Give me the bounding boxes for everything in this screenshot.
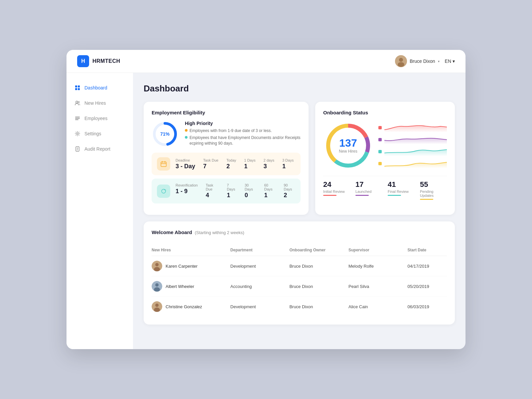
stat-task-due: Task Due 7 bbox=[203, 158, 218, 170]
svg-rect-19 bbox=[161, 162, 166, 167]
sparkline-orange bbox=[378, 159, 447, 168]
col-onboarding-owner: Onboarding Owner bbox=[289, 248, 348, 252]
person-cell-1: Albert Wheeler bbox=[152, 281, 230, 292]
sparkline-red bbox=[378, 123, 447, 132]
teal-bullet bbox=[185, 136, 188, 139]
onboarding-donut: 137 New Hires bbox=[323, 121, 373, 171]
svg-rect-10 bbox=[75, 118, 80, 119]
employment-eligibility-title: Employment Eligibility bbox=[152, 110, 301, 115]
user-info[interactable]: Bruce Dixon ▾ bbox=[395, 55, 439, 67]
sidebar-item-employees[interactable]: Employees bbox=[66, 111, 133, 125]
svg-rect-5 bbox=[75, 88, 77, 90]
users-icon bbox=[74, 100, 80, 106]
logo-text: HRMTECH bbox=[92, 58, 120, 64]
person-avatar-0 bbox=[152, 261, 162, 271]
stat-3days: 3 Days 1 bbox=[282, 158, 294, 170]
owner-2: Bruce Dixon bbox=[289, 304, 348, 309]
stat-bar-teal bbox=[388, 195, 401, 196]
gear-icon bbox=[74, 131, 80, 137]
date-2: 06/03/2019 bbox=[408, 304, 447, 309]
stat-bar-orange bbox=[420, 199, 433, 200]
sidebar-item-new-hires[interactable]: New Hires bbox=[66, 96, 133, 110]
table-row: Karen Carpenter Development Bruce Dixon … bbox=[152, 256, 447, 276]
sidebar-item-settings[interactable]: Settings bbox=[66, 127, 133, 141]
priority-bullet-2: Employees that have Employment Documents… bbox=[185, 135, 301, 146]
dept-2: Development bbox=[230, 304, 290, 309]
calendar-icon-container bbox=[157, 157, 170, 171]
sparkline-dot-red bbox=[378, 126, 382, 129]
welcome-aboard-card: Welcome Aboard (Starting withing 2 weeks… bbox=[144, 221, 455, 325]
person-cell-2: Christine Gonzalez bbox=[152, 301, 230, 312]
user-name: Bruce Dixon bbox=[410, 59, 435, 64]
dept-1: Accounting bbox=[230, 284, 290, 289]
refresh-icon-container bbox=[157, 185, 170, 198]
main-layout: Dashboard New Hires bbox=[66, 73, 466, 349]
owner-0: Bruce Dixon bbox=[289, 264, 348, 269]
sidebar-item-label: Employees bbox=[84, 116, 107, 121]
deadline-row-card: Deadline 3 - Day Task Due 7 Today 2 bbox=[152, 153, 301, 175]
stat-bar-red bbox=[323, 195, 336, 196]
onboarding-status-card: Onboarding Status bbox=[315, 102, 455, 215]
donut-chart: 71% bbox=[152, 121, 178, 147]
sparkline-dot-teal bbox=[378, 150, 382, 153]
logo: H HRMTECH bbox=[77, 55, 120, 67]
svg-point-32 bbox=[155, 283, 159, 287]
cards-grid: Employment Eligibility 71% High Priority bbox=[144, 102, 455, 215]
col-new-hires: New Hires bbox=[152, 248, 230, 252]
document-icon bbox=[74, 146, 80, 152]
svg-point-2 bbox=[398, 62, 404, 67]
svg-point-8 bbox=[78, 101, 79, 103]
sidebar-item-label: New Hires bbox=[84, 100, 106, 106]
header-right: Bruce Dixon ▾ EN ▾ bbox=[395, 55, 455, 67]
stat-60days: 60 Days 1 bbox=[264, 183, 276, 199]
sidebar-item-dashboard[interactable]: Dashboard bbox=[66, 81, 133, 95]
priority-info: High Priority Employees with from 1-9 du… bbox=[185, 121, 301, 147]
sparkline-teal bbox=[378, 147, 447, 156]
person-avatar-2 bbox=[152, 301, 162, 312]
svg-point-12 bbox=[77, 133, 78, 135]
stat-today: Today 2 bbox=[226, 158, 236, 170]
svg-point-29 bbox=[155, 263, 159, 266]
priority-title: High Priority bbox=[185, 121, 301, 126]
date-0: 04/17/2019 bbox=[408, 264, 447, 269]
onboarding-status-title: Onboarding Status bbox=[323, 110, 447, 115]
svg-rect-4 bbox=[78, 85, 80, 87]
supervisor-1: Pearl Silva bbox=[348, 284, 408, 289]
svg-rect-3 bbox=[75, 85, 77, 87]
logo-icon: H bbox=[77, 55, 89, 67]
table-header: New Hires Department Onboarding Owner Su… bbox=[152, 244, 447, 256]
svg-rect-6 bbox=[78, 88, 80, 90]
onboarding-center-text: 137 New Hires bbox=[339, 138, 357, 154]
sidebar: Dashboard New Hires bbox=[66, 73, 133, 349]
main-content: Dashboard Employment Eligibility 71% bbox=[133, 73, 466, 349]
table-row: Christine Gonzalez Development Bruce Dix… bbox=[152, 297, 447, 317]
svg-point-7 bbox=[76, 101, 78, 103]
onboarding-inner: 137 New Hires bbox=[323, 121, 447, 171]
dept-0: Development bbox=[230, 264, 290, 269]
sidebar-item-audit-report[interactable]: Audit Report bbox=[66, 142, 133, 156]
svg-point-35 bbox=[155, 304, 159, 307]
sparkline-purple bbox=[378, 135, 447, 144]
supervisor-0: Melody Rolfe bbox=[348, 264, 408, 269]
chevron-down-icon: ▾ bbox=[438, 60, 440, 63]
grid-icon bbox=[74, 85, 80, 91]
language-selector[interactable]: EN ▾ bbox=[445, 59, 455, 64]
welcome-subtitle: (Starting withing 2 weeks) bbox=[195, 230, 244, 235]
stat-2days: 2 days 3 bbox=[264, 158, 274, 170]
sidebar-item-label: Audit Report bbox=[84, 146, 110, 152]
user-avatar bbox=[395, 55, 407, 67]
stat-launched: 17 Launched bbox=[355, 180, 382, 200]
welcome-title: Welcome Aboard bbox=[152, 229, 192, 235]
donut-percentage: 71% bbox=[160, 131, 170, 137]
person-avatar-1 bbox=[152, 281, 162, 292]
orange-bullet bbox=[185, 129, 188, 132]
header: H HRMTECH Bruce Dixon ▾ EN ▾ bbox=[66, 50, 466, 73]
onboarding-stats: 24 Initial Review 17 Launched 41 Final R… bbox=[323, 176, 447, 200]
stat-reverif-label: Reverification 1 - 9 bbox=[176, 183, 198, 195]
sidebar-item-label: Settings bbox=[84, 131, 101, 136]
stat-reverif-task-due: Task Due 4 bbox=[206, 183, 219, 199]
chevron-down-icon: ▾ bbox=[453, 59, 455, 64]
stat-pending-updates: 55 Pending Updates bbox=[420, 180, 447, 200]
svg-point-1 bbox=[399, 58, 403, 62]
employees-icon bbox=[74, 115, 80, 121]
